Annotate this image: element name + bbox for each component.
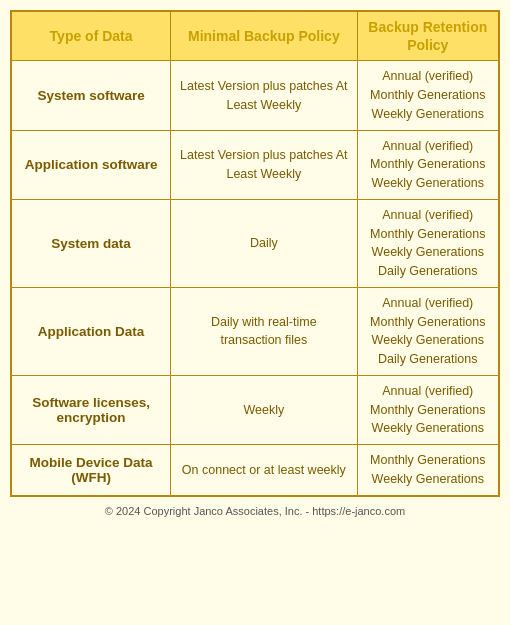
table-row: System softwareLatest Version plus patch… (11, 61, 499, 130)
cell-retention: Annual (verified)Monthly GenerationsWeek… (357, 61, 499, 130)
header-minimal: Minimal Backup Policy (171, 11, 357, 61)
cell-type: Mobile Device Data (WFH) (11, 445, 171, 496)
cell-type: Application software (11, 130, 171, 199)
table-row: System dataDailyAnnual (verified)Monthly… (11, 199, 499, 287)
cell-minimal: Latest Version plus patches At Least Wee… (171, 61, 357, 130)
cell-type: Software licenses, encryption (11, 375, 171, 444)
cell-retention: Annual (verified)Monthly GenerationsWeek… (357, 130, 499, 199)
header-type: Type of Data (11, 11, 171, 61)
cell-type: Application Data (11, 287, 171, 375)
table-row: Application DataDaily with real-time tra… (11, 287, 499, 375)
backup-policy-table: Type of Data Minimal Backup Policy Backu… (10, 10, 500, 497)
cell-retention: Monthly GenerationsWeekly Generations (357, 445, 499, 496)
cell-retention: Annual (verified)Monthly GenerationsWeek… (357, 199, 499, 287)
cell-type: System software (11, 61, 171, 130)
table-row: Software licenses, encryptionWeeklyAnnua… (11, 375, 499, 444)
cell-minimal: On connect or at least weekly (171, 445, 357, 496)
table-row: Application softwareLatest Version plus … (11, 130, 499, 199)
cell-minimal: Daily with real-time transaction files (171, 287, 357, 375)
cell-type: System data (11, 199, 171, 287)
cell-minimal: Latest Version plus patches At Least Wee… (171, 130, 357, 199)
cell-minimal: Weekly (171, 375, 357, 444)
table-row: Mobile Device Data (WFH)On connect or at… (11, 445, 499, 496)
cell-minimal: Daily (171, 199, 357, 287)
cell-retention: Annual (verified)Monthly GenerationsWeek… (357, 375, 499, 444)
header-retention: Backup Retention Policy (357, 11, 499, 61)
footer-text: © 2024 Copyright Janco Associates, Inc. … (105, 505, 405, 517)
cell-retention: Annual (verified)Monthly GenerationsWeek… (357, 287, 499, 375)
